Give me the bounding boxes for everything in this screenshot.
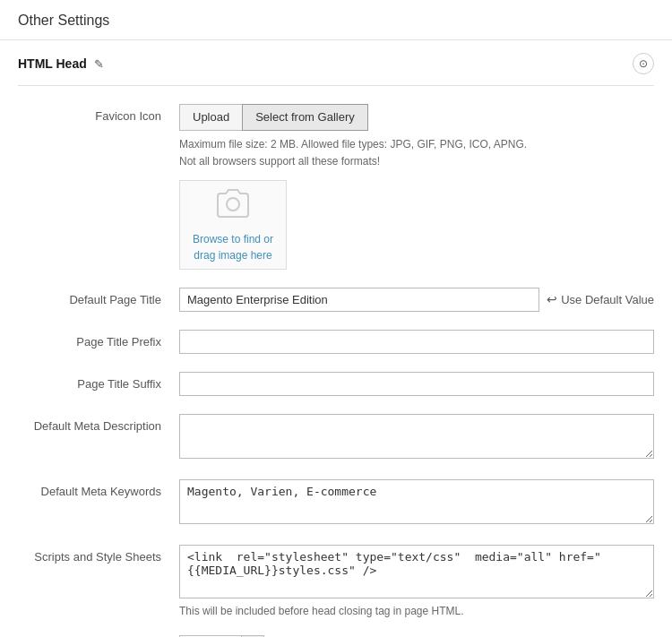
input-with-action: ↩ Use Default Value — [179, 288, 654, 312]
image-placeholder[interactable]: Browse to find ordrag image here — [179, 180, 287, 270]
favicon-btn-group: Upload Select from Gallery — [179, 104, 654, 131]
page-title-suffix-control — [179, 372, 654, 396]
default-meta-keywords-control — [179, 479, 654, 527]
svg-point-0 — [227, 198, 239, 211]
page-title-suffix-label: Page Title Suffix — [18, 372, 179, 391]
reset-icon: ↩ — [547, 292, 557, 306]
edit-icon[interactable]: ✎ — [94, 57, 104, 71]
page-title-bar: Other Settings — [0, 0, 672, 40]
page-title-suffix-input[interactable] — [179, 372, 654, 396]
favicon-control: Upload Select from Gallery Maximum file … — [179, 104, 654, 270]
default-meta-keywords-row: Default Meta Keywords — [18, 479, 654, 527]
page-title-prefix-label: Page Title Prefix — [18, 330, 179, 349]
default-page-title-label: Default Page Title — [18, 288, 179, 306]
default-meta-description-row: Default Meta Description — [18, 414, 654, 461]
file-info-line1: Maximum file size: 2 MB. Allowed file ty… — [179, 136, 654, 153]
use-default-label: Use Default Value — [561, 293, 654, 306]
scripts-stylesheets-label: Scripts and Style Sheets — [18, 545, 179, 564]
form-section: Favicon Icon Upload Select from Gallery … — [18, 86, 654, 637]
scripts-stylesheets-input[interactable] — [179, 545, 654, 598]
image-placeholder-text: Browse to find ordrag image here — [193, 231, 273, 263]
scripts-stylesheets-row: Scripts and Style Sheets This will be in… — [18, 545, 654, 617]
file-info-line2: Not all browsers support all these forma… — [179, 153, 654, 170]
favicon-row: Favicon Icon Upload Select from Gallery … — [18, 104, 654, 270]
default-page-title-control: ↩ Use Default Value — [179, 288, 654, 312]
section-header: HTML Head ✎ ⊙ — [18, 40, 654, 86]
html-head-section: HTML Head ✎ ⊙ Favicon Icon Upload Select… — [0, 40, 672, 637]
page-container: Other Settings HTML Head ✎ ⊙ Favicon Ico… — [0, 0, 672, 637]
page-title-prefix-control — [179, 330, 654, 354]
default-meta-description-control — [179, 414, 654, 461]
section-title: HTML Head — [18, 56, 87, 71]
section-title-row: HTML Head ✎ — [18, 56, 104, 71]
default-page-title-input[interactable] — [179, 288, 539, 312]
default-meta-description-input[interactable] — [179, 414, 654, 459]
page-title-prefix-input[interactable] — [179, 330, 654, 354]
page-title: Other Settings — [18, 13, 654, 29]
upload-button[interactable]: Upload — [179, 104, 242, 131]
scripts-helper-text: This will be included before head closin… — [179, 605, 654, 617]
file-info: Maximum file size: 2 MB. Allowed file ty… — [179, 136, 654, 170]
favicon-label: Favicon Icon — [18, 104, 179, 123]
camera-icon — [215, 186, 251, 226]
select-from-gallery-button[interactable]: Select from Gallery — [242, 104, 368, 131]
default-meta-keywords-label: Default Meta Keywords — [18, 479, 179, 498]
chevron-up-icon: ⊙ — [639, 57, 648, 70]
default-meta-keywords-input[interactable] — [179, 479, 654, 524]
default-meta-description-label: Default Meta Description — [18, 414, 179, 433]
use-default-value-button[interactable]: ↩ Use Default Value — [547, 292, 654, 306]
collapse-button[interactable]: ⊙ — [633, 53, 654, 74]
default-page-title-row: Default Page Title ↩ Use Default Value — [18, 288, 654, 312]
page-title-suffix-row: Page Title Suffix — [18, 372, 654, 396]
scripts-stylesheets-control: This will be included before head closin… — [179, 545, 654, 617]
page-title-prefix-row: Page Title Prefix — [18, 330, 654, 354]
